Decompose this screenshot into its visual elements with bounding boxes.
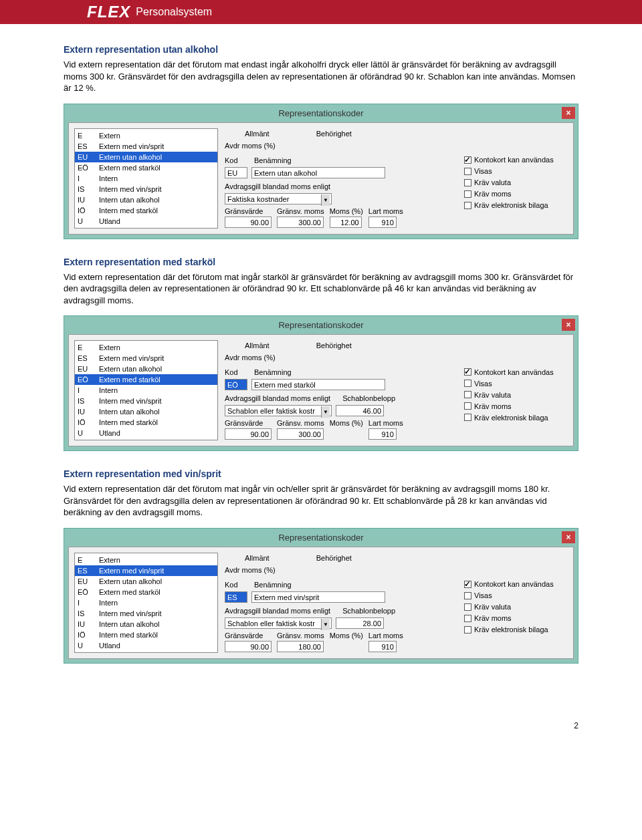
label-avdragsgill-blandad: Avdragsgill blandad moms enligt xyxy=(225,607,330,615)
label-kontokort: Kontokort kan användas xyxy=(474,156,554,164)
kod-field[interactable]: EÖ xyxy=(225,379,247,390)
label-krav-moms: Kräv moms xyxy=(474,190,512,198)
code-list-item[interactable]: IIntern xyxy=(75,173,217,184)
lart-moms-field[interactable]: 910 xyxy=(368,217,397,228)
kontokort-checkbox[interactable] xyxy=(464,156,471,164)
schablon-field[interactable]: 46.00 xyxy=(336,405,384,416)
gransvarde-field[interactable]: 90.00 xyxy=(225,217,272,228)
label-lart-moms: Lart moms xyxy=(368,419,403,427)
tab-behorighet[interactable]: Behörighet xyxy=(316,554,352,562)
close-button[interactable]: × xyxy=(562,531,575,543)
avdragsgill-dropdown[interactable]: Faktiska kostnader xyxy=(225,193,332,204)
benamning-field[interactable]: Extern med vin/sprit xyxy=(251,591,385,603)
code-list-item[interactable]: IÖIntern med starköl xyxy=(75,417,217,428)
code-list-item[interactable]: EUExtern utan alkohol xyxy=(75,576,217,587)
label-avdragsgill-blandad: Avdragsgill blandad moms enligt xyxy=(225,394,330,402)
code-list-item[interactable]: UUtland xyxy=(75,428,217,438)
code-list-item[interactable]: EÖExtern med starköl xyxy=(75,374,217,385)
label-avdragsgill-blandad: Avdragsgill blandad moms enligt xyxy=(225,182,330,190)
kod-field[interactable]: EU xyxy=(225,167,247,178)
label-kod: Kod xyxy=(225,368,250,376)
label-gransvarde: Gränsvärde xyxy=(225,632,263,640)
label-visas: Visas xyxy=(474,591,492,599)
gransv-moms-field[interactable]: 180.00 xyxy=(277,641,324,652)
kontokort-checkbox[interactable] xyxy=(464,581,471,588)
krav-valuta-checkbox[interactable] xyxy=(464,391,471,398)
krav-bilaga-checkbox[interactable] xyxy=(464,626,471,634)
code-list-item[interactable]: IÖIntern med starköl xyxy=(75,205,217,216)
gransvarde-field[interactable]: 90.00 xyxy=(225,428,272,440)
kontokort-checkbox[interactable] xyxy=(464,368,471,376)
code-list-item[interactable]: EExtern xyxy=(75,342,217,353)
code-list-item[interactable]: ISIntern med vin/sprit xyxy=(75,608,217,619)
dialog-titlebar: Representationskoder× xyxy=(64,316,578,334)
krav-valuta-checkbox[interactable] xyxy=(464,179,471,186)
code-list-item[interactable]: ESExtern med vin/sprit xyxy=(75,353,217,364)
tab-allmant[interactable]: Allmänt xyxy=(245,341,270,349)
code-list-item[interactable]: EÖExtern med starköl xyxy=(75,162,217,173)
avdragsgill-dropdown[interactable]: Schablon eller faktisk kostr xyxy=(225,617,332,629)
tab-behorighet[interactable]: Behörighet xyxy=(316,130,352,138)
label-visas: Visas xyxy=(474,380,492,388)
gransv-moms-field[interactable]: 300.00 xyxy=(277,428,324,440)
code-list-item[interactable]: ESExtern med vin/sprit xyxy=(75,565,217,576)
close-button[interactable]: × xyxy=(562,107,575,119)
code-list-item[interactable]: UUtland xyxy=(75,216,217,227)
krav-valuta-checkbox[interactable] xyxy=(464,603,471,611)
gransv-moms-field[interactable]: 300.00 xyxy=(277,217,324,228)
schablon-field[interactable]: 28.00 xyxy=(336,617,384,629)
lart-moms-field[interactable]: 910 xyxy=(368,641,397,652)
code-list-item[interactable]: IIntern xyxy=(75,597,217,608)
code-list-item[interactable]: ESExtern med vin/sprit xyxy=(75,141,217,152)
code-list-item[interactable]: IUIntern utan alkohol xyxy=(75,619,217,629)
label-krav-valuta: Kräv valuta xyxy=(474,603,511,611)
label-kontokort: Kontokort kan användas xyxy=(474,580,554,588)
label-gransvarde: Gränsvärde xyxy=(225,419,263,427)
visas-checkbox[interactable] xyxy=(464,592,471,599)
code-list[interactable]: EExternESExtern med vin/spritEUExtern ut… xyxy=(74,128,218,229)
code-list-item[interactable]: EUExtern utan alkohol xyxy=(75,364,217,374)
label-moms-pct: Moms (%) xyxy=(330,419,363,427)
label-schablonbelopp: Schablonbelopp xyxy=(342,607,395,615)
label-krav-moms: Kräv moms xyxy=(474,402,512,410)
krav-bilaga-checkbox[interactable] xyxy=(464,414,471,421)
krav-moms-checkbox[interactable] xyxy=(464,615,471,622)
code-list-item[interactable]: ISIntern med vin/sprit xyxy=(75,396,217,406)
kod-field[interactable]: ES xyxy=(225,591,247,603)
label-gransvarde: Gränsvärde xyxy=(225,207,263,215)
benamning-field[interactable]: Extern utan alkohol xyxy=(251,167,385,178)
krav-moms-checkbox[interactable] xyxy=(464,402,471,410)
code-list-item[interactable]: IIntern xyxy=(75,385,217,396)
page-number: 2 xyxy=(0,708,642,737)
visas-checkbox[interactable] xyxy=(464,168,471,175)
code-list-item[interactable]: EUExtern utan alkohol xyxy=(75,152,217,162)
code-list[interactable]: EExternESExtern med vin/spritEUExtern ut… xyxy=(74,553,218,653)
dialog-representationskoder: Representationskoder×EExternESExtern med… xyxy=(64,104,578,239)
gransvarde-field[interactable]: 90.00 xyxy=(225,641,272,652)
code-list-item[interactable]: EExtern xyxy=(75,130,217,141)
tab-behorighet[interactable]: Behörighet xyxy=(316,341,352,349)
section-title: Extern representation med starköl xyxy=(64,257,578,267)
avdragsgill-dropdown[interactable]: Schablon eller faktisk kostr xyxy=(225,405,332,416)
tab-allmant[interactable]: Allmänt xyxy=(245,554,270,562)
code-list-item[interactable]: IUIntern utan alkohol xyxy=(75,406,217,417)
code-list-item[interactable]: IUIntern utan alkohol xyxy=(75,194,217,205)
benamning-field[interactable]: Extern med starköl xyxy=(251,379,385,390)
tab-allmant[interactable]: Allmänt xyxy=(245,130,270,138)
visas-checkbox[interactable] xyxy=(464,380,471,387)
label-visas: Visas xyxy=(474,167,492,175)
code-list-item[interactable]: ISIntern med vin/sprit xyxy=(75,184,217,194)
code-list-item[interactable]: IÖIntern med starköl xyxy=(75,629,217,640)
label-lart-moms: Lart moms xyxy=(368,207,403,215)
krav-bilaga-checkbox[interactable] xyxy=(464,202,471,209)
code-list-item[interactable]: UUtland xyxy=(75,640,217,651)
code-list-item[interactable]: EÖExtern med starköl xyxy=(75,587,217,597)
label-benamning: Benämning xyxy=(254,156,292,164)
lart-moms-field[interactable]: 910 xyxy=(368,428,397,440)
code-list[interactable]: EExternESExtern med vin/spritEUExtern ut… xyxy=(74,340,218,440)
krav-moms-checkbox[interactable] xyxy=(464,190,471,198)
close-button[interactable]: × xyxy=(562,319,575,331)
code-list-item[interactable]: EExtern xyxy=(75,555,217,565)
section-text: Vid extern representation där det föruto… xyxy=(64,483,578,519)
moms-pct-field[interactable]: 12.00 xyxy=(330,217,362,228)
